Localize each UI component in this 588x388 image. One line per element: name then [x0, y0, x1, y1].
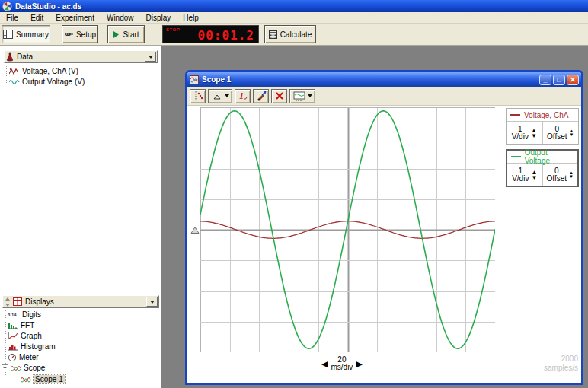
setup-icon [64, 31, 73, 37]
display-settings-button[interactable] [289, 89, 315, 103]
channel-name: Output Voltage [525, 148, 574, 165]
display-item-scope[interactable]: − Scope [2, 363, 45, 373]
main-toolbar: Summary Setup Start STOP 00:01.2 Calcula… [0, 24, 588, 46]
scope-icon [21, 376, 31, 383]
vdiv-control[interactable]: 1 V/div ▲▼ [507, 122, 543, 144]
timer-status: STOP [166, 27, 180, 32]
app-titlebar: DataStudio - ac.ds [0, 0, 588, 12]
timebase-unit: ms/div [331, 364, 353, 371]
sampling-options-button[interactable] [190, 89, 206, 103]
scope-toolbar: 1 [187, 87, 581, 106]
output-voltage-icon [9, 78, 20, 86]
displays-pane-label: Displays [25, 297, 54, 306]
scope-titlebar[interactable]: Scope 1 _ □ ✕ [187, 72, 581, 87]
offset-control[interactable]: 0 Offset ▲▼ [543, 122, 579, 144]
trigger-button[interactable] [208, 89, 232, 103]
minimize-button[interactable]: _ [539, 75, 551, 85]
offset-label: Offset [547, 133, 567, 141]
chevron-down-icon [150, 301, 155, 304]
scope-icon [11, 364, 21, 372]
display-item-label: Graph [21, 332, 42, 340]
menu-file[interactable]: File [0, 13, 24, 23]
legend-output-voltage[interactable]: Output Voltage 1 V/div ▲▼ 0 Offset ▲▼ [506, 149, 579, 187]
spin-down-icon[interactable]: ▼ [569, 175, 574, 179]
timebase-control: ◀ 20 ms/div ▶ [321, 356, 363, 371]
display-item-meter[interactable]: Meter [8, 352, 39, 362]
offset-value: 0 [554, 126, 559, 133]
graph-icon [8, 332, 18, 340]
data-pane-header[interactable]: Data [4, 50, 158, 63]
data-tree-guide [6, 66, 7, 83]
chevron-down-icon [225, 94, 229, 97]
vdiv-spinner[interactable]: ▲▼ [531, 170, 537, 180]
meter-icon [8, 353, 17, 361]
timebase-increase-arrow[interactable]: ▶ [356, 360, 362, 368]
display-item-label: Digits [22, 310, 41, 319]
note-tool-button[interactable] [253, 89, 269, 103]
spin-down-icon[interactable]: ▼ [531, 175, 537, 180]
splitter-handle-icon[interactable] [5, 297, 11, 307]
menu-window[interactable]: Window [101, 13, 140, 23]
display-item-partial[interactable] [8, 385, 17, 388]
data-item-voltage-cha[interactable]: Voltage, ChA (V) [9, 66, 78, 76]
displays-pane-header[interactable]: Displays [2, 295, 159, 308]
data-pane-label: Data [17, 52, 33, 61]
smart-tool-button[interactable]: 1 [235, 89, 251, 103]
datastudio-logo-icon [2, 2, 12, 11]
scope-window-icon [190, 75, 199, 84]
delete-button[interactable] [271, 89, 287, 103]
chevron-down-icon [308, 94, 312, 97]
data-icon [6, 52, 14, 62]
start-button[interactable]: Start [107, 25, 145, 43]
voltage-cha-icon [9, 68, 20, 75]
display-item-scope-1[interactable]: Scope 1 [21, 374, 65, 384]
calculate-button[interactable]: Calculate [264, 25, 316, 43]
scope-display-area: Voltage, ChA 1 V/div ▲▼ 0 Offset ▲▼ [187, 106, 581, 383]
display-item-digits[interactable]: 3.14 Digits [8, 310, 41, 320]
menu-help[interactable]: Help [177, 13, 205, 23]
data-item-output-voltage[interactable]: Output Voltage (V) [9, 77, 85, 87]
offset-control[interactable]: 0 Offset ▲▼ [543, 164, 578, 186]
offset-spinner[interactable]: ▲▼ [570, 129, 574, 137]
data-pane-dropdown[interactable] [145, 52, 156, 62]
maximize-button[interactable]: □ [553, 75, 565, 85]
calculate-label: Calculate [280, 30, 312, 39]
displays-pane-dropdown[interactable] [146, 297, 158, 307]
offset-label: Offset [547, 175, 567, 183]
vdiv-control[interactable]: 1 V/div ▲▼ [507, 164, 543, 186]
delete-x-icon [275, 91, 284, 100]
display-item-label: Scope [24, 364, 45, 372]
close-button[interactable]: ✕ [567, 75, 579, 85]
channel-name: Voltage, ChA [524, 111, 568, 119]
oscilloscope-plot[interactable] [200, 107, 495, 352]
timer-value: 00:01.2 [198, 28, 254, 43]
timebase-decrease-arrow[interactable]: ◀ [321, 360, 328, 368]
display-item-histogram[interactable]: Histogram [8, 342, 56, 351]
menu-display[interactable]: Display [140, 13, 177, 23]
menubar: File Edit Experiment Window Display Help [0, 12, 588, 24]
trigger-level-marker[interactable] [190, 226, 200, 234]
legend-voltage-cha[interactable]: Voltage, ChA 1 V/div ▲▼ 0 Offset ▲▼ [506, 108, 579, 145]
scope-window-title: Scope 1 [202, 75, 538, 84]
spin-down-icon[interactable]: ▼ [531, 133, 537, 138]
spin-down-icon[interactable]: ▼ [570, 133, 574, 137]
menu-experiment[interactable]: Experiment [50, 13, 101, 23]
setup-button[interactable]: Setup [62, 25, 98, 43]
timer-display: STOP 00:01.2 [162, 25, 259, 43]
display-item-graph[interactable]: Graph [8, 331, 42, 341]
menu-edit[interactable]: Edit [24, 13, 50, 23]
collapse-expander-icon[interactable]: − [2, 364, 8, 371]
summary-button[interactable]: Summary [2, 25, 50, 43]
summary-panel: Data Voltage, ChA (V) Output Voltage (V)… [0, 46, 161, 388]
voltage-cha-line-swatch [510, 114, 520, 116]
digits-icon: 3.14 [8, 313, 20, 317]
offset-value: 0 [554, 167, 559, 175]
display-item-fft[interactable]: FFT [8, 320, 34, 330]
data-item-label: Output Voltage (V) [22, 78, 85, 86]
sampling-icon [193, 91, 203, 101]
vdiv-spinner[interactable]: ▲▼ [531, 128, 537, 138]
offset-spinner[interactable]: ▲▼ [569, 171, 574, 179]
summary-label: Summary [16, 30, 49, 39]
display-settings-icon [293, 91, 305, 101]
svg-text:1: 1 [239, 91, 244, 101]
